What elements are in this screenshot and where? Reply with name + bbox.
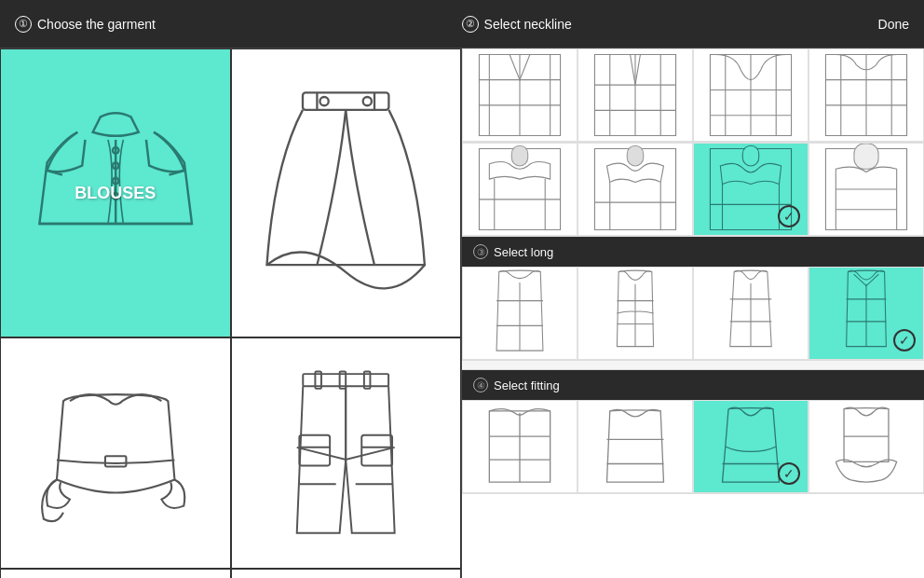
neckline-sketch-4 — [809, 49, 923, 141]
long-option-3[interactable] — [693, 267, 808, 360]
long-sketch-3 — [694, 268, 808, 359]
garment-draped-top[interactable] — [0, 337, 231, 569]
long-option-1[interactable] — [462, 267, 578, 360]
garment-dress2[interactable] — [231, 569, 462, 578]
neckline-row2: ✓ — [462, 143, 924, 237]
svg-rect-52 — [627, 145, 643, 166]
long-options-row: ✓ — [462, 267, 924, 361]
step1-number: ① — [15, 16, 32, 33]
garment-pants[interactable] — [231, 337, 462, 569]
garment-blouse[interactable]: BLOUSES — [0, 48, 231, 337]
long-option-4[interactable]: ✓ — [808, 267, 924, 360]
neckline-option-8[interactable] — [808, 143, 924, 236]
svg-rect-48 — [511, 145, 527, 166]
fitting-section: ④ Select fitting — [462, 370, 924, 494]
fitting-option-3[interactable]: ✓ — [693, 400, 808, 493]
fitting-section-label: Select fitting — [494, 378, 560, 392]
selected-checkmark: ✓ — [778, 205, 800, 227]
blouse-sketch — [24, 78, 207, 308]
long-section-header: ③ Select long — [462, 237, 924, 267]
options-panel: ✓ ③ — [462, 48, 924, 578]
garment-panel: BLOUSES — [0, 48, 462, 578]
pants-sketch — [254, 362, 437, 545]
neckline-option-4[interactable] — [808, 48, 924, 142]
step1-header: ① Choose the garment — [15, 16, 156, 33]
neckline-sketch-5 — [463, 144, 577, 235]
step2-header: ② Select neckline — [462, 16, 572, 33]
long-section-label: Select long — [494, 245, 553, 259]
fitting-selected-checkmark: ✓ — [778, 462, 800, 485]
garment-shirt2[interactable] — [0, 569, 231, 578]
step3-num: ③ — [473, 244, 488, 259]
main-layout: BLOUSES — [0, 48, 924, 578]
svg-rect-20 — [361, 434, 392, 465]
neckline-row2-container: ✓ — [462, 143, 924, 237]
long-selected-checkmark: ✓ — [893, 329, 916, 351]
fitting-options-row: ✓ — [462, 400, 924, 494]
step1-label: Choose the garment — [37, 17, 156, 32]
neckline-sketch-1 — [463, 49, 577, 141]
neckline-option-6[interactable] — [578, 143, 693, 236]
svg-rect-60 — [854, 144, 878, 169]
fitting-option-2[interactable] — [578, 400, 693, 493]
done-button[interactable]: Done — [878, 17, 909, 32]
neckline-sketch-2 — [578, 49, 692, 141]
section-spacer — [462, 361, 924, 370]
neckline-option-7[interactable]: ✓ — [693, 143, 808, 236]
fitting-option-4[interactable] — [808, 400, 924, 493]
long-option-2[interactable] — [578, 267, 693, 360]
fitting-option-1[interactable] — [462, 400, 578, 493]
neckline-sketch-6 — [578, 144, 692, 235]
svg-rect-56 — [742, 145, 758, 166]
neckline-option-3[interactable] — [693, 48, 808, 142]
svg-point-11 — [320, 97, 329, 105]
long-sketch-2 — [578, 268, 692, 359]
skirt-sketch — [254, 78, 437, 308]
long-sketch-1 — [463, 268, 577, 359]
neckline-sketch-3 — [694, 49, 808, 141]
fitting-section-header: ④ Select fitting — [462, 370, 924, 400]
neckline-option-1[interactable] — [462, 48, 578, 142]
neckline-row1 — [462, 48, 924, 143]
fitting-sketch-1 — [463, 401, 577, 492]
svg-rect-8 — [303, 92, 388, 109]
step2-label: Select neckline — [484, 17, 572, 32]
long-section: ③ Select long — [462, 237, 924, 361]
svg-rect-18 — [299, 434, 330, 465]
fitting-sketch-4 — [809, 401, 923, 492]
header: ① Choose the garment ② Select neckline D… — [0, 0, 924, 48]
neckline-sketch-8 — [809, 144, 923, 235]
svg-point-12 — [363, 97, 372, 105]
neckline-option-2[interactable] — [578, 48, 693, 142]
step4-num: ④ — [473, 378, 488, 392]
svg-rect-13 — [104, 456, 125, 466]
draped-top-sketch — [24, 362, 207, 545]
garment-skirt[interactable] — [231, 48, 462, 337]
step2-number: ② — [462, 16, 479, 33]
fitting-sketch-2 — [578, 401, 692, 492]
neckline-option-5[interactable] — [462, 143, 578, 236]
